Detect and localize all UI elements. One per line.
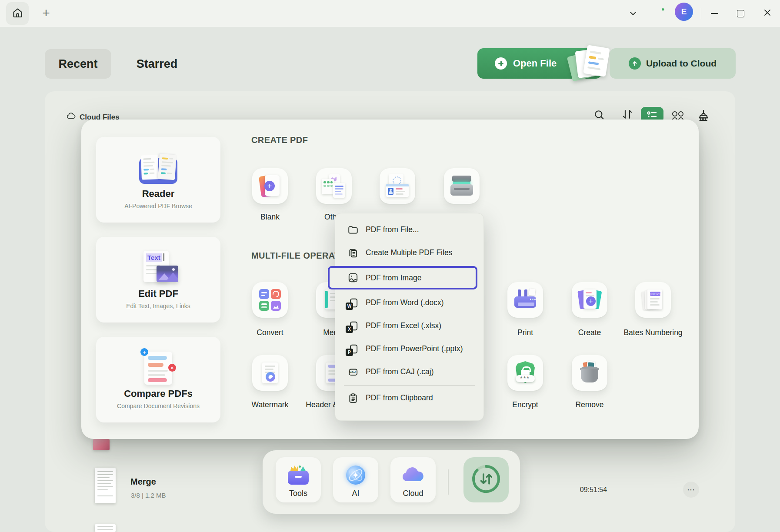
file-thumbnail-partial[interactable]: [93, 439, 110, 450]
plus-icon: [495, 57, 507, 70]
menu-item-create-multiple[interactable]: Create Multiple PDF Files: [335, 241, 483, 264]
plus-badge-icon: +: [140, 348, 148, 356]
bottom-dock: Tools AI Cloud: [263, 450, 520, 514]
menu-item-label: PDF from Word (.docx): [366, 298, 444, 307]
bates-badge-text: 000123: [650, 292, 660, 296]
print-icon: [513, 289, 537, 311]
titlebar-divider: [701, 8, 701, 19]
menu-item-label: PDF from File...: [366, 225, 419, 234]
notifications-button[interactable]: [650, 4, 669, 23]
tile-label-blank: Blank: [260, 213, 280, 222]
bell-icon: [654, 7, 666, 20]
file-thumbnail-bottom[interactable]: [95, 524, 116, 532]
encrypt-tile[interactable]: ***: [507, 355, 543, 391]
x-badge-icon: ✕: [168, 364, 176, 372]
minimize-icon: [711, 13, 718, 14]
file-row-title[interactable]: Merge: [130, 477, 156, 487]
convert-tile[interactable]: [252, 282, 288, 318]
password-stars-text: ***: [516, 375, 535, 382]
menu-item-pdf-from-file[interactable]: PDF from File...: [335, 218, 483, 241]
menu-item-label: PDF from CAJ (.caj): [366, 367, 434, 376]
chevron-down-icon[interactable]: [625, 6, 641, 21]
multiple-files-icon: [347, 247, 359, 259]
excel-file-icon: X: [347, 320, 359, 332]
merge-file-thumbnail[interactable]: [95, 468, 116, 503]
tab-starred[interactable]: Starred: [129, 49, 185, 79]
powerpoint-badge: P: [346, 349, 353, 356]
upload-to-cloud-button[interactable]: Upload to Cloud: [610, 48, 736, 79]
edit-pdf-card[interactable]: Text Edit PDF Edit Text, Images, Links: [96, 237, 220, 323]
dock-tools-label: Tools: [289, 489, 307, 498]
more-options-button[interactable]: ⋯: [683, 482, 699, 498]
tile-label-create: Create: [578, 328, 601, 337]
dock-divider: [448, 469, 449, 495]
new-tab-button[interactable]: +: [38, 5, 54, 21]
remove-bin-icon: [578, 361, 601, 385]
maximize-button[interactable]: [732, 6, 749, 21]
tab-starred-label: Starred: [137, 57, 178, 71]
open-file-button[interactable]: Open File: [477, 48, 602, 79]
blank-pdf-icon: +: [258, 174, 282, 198]
open-file-label: Open File: [513, 58, 557, 69]
create-batch-tile[interactable]: +: [572, 282, 607, 318]
menu-item-label: PDF from Image: [366, 273, 421, 283]
tools-icon: [287, 466, 310, 485]
word-file-icon: W: [347, 297, 359, 309]
menu-item-pdf-from-clipboard[interactable]: PDF from Clipboard: [335, 387, 483, 409]
tile-label-watermark: Watermark: [252, 400, 289, 409]
avatar[interactable]: E: [675, 3, 693, 21]
menu-item-pdf-from-powerpoint[interactable]: P PDF from PowerPoint (.pptx): [335, 337, 483, 360]
dock-cloud-button[interactable]: Cloud: [390, 457, 436, 502]
clipboard-icon: [347, 392, 359, 404]
menu-item-label: PDF from PowerPoint (.pptx): [366, 344, 463, 353]
dock-tools-button[interactable]: Tools: [276, 457, 321, 502]
remove-tile[interactable]: [572, 355, 607, 391]
menu-item-label: PDF from Clipboard: [366, 393, 433, 402]
create-blank-tile[interactable]: +: [252, 168, 288, 204]
transfer-progress-button[interactable]: [463, 457, 509, 502]
menu-item-label: PDF from Excel (.xlsx): [366, 321, 441, 330]
home-tab[interactable]: [6, 2, 29, 25]
edit-pdf-card-title: Edit PDF: [138, 288, 178, 299]
other-formats-icon: [322, 174, 346, 198]
bates-numbering-tile[interactable]: 000123: [635, 282, 671, 318]
tile-label-encrypt: Encrypt: [512, 400, 538, 409]
close-button[interactable]: [759, 6, 776, 21]
tab-recent-label: Recent: [58, 57, 97, 71]
dock-ai-button[interactable]: AI: [333, 457, 378, 502]
compare-pdfs-card[interactable]: + ✕ Compare PDFs Compare Document Revisi…: [96, 337, 220, 422]
cloud-icon: [66, 111, 76, 123]
upload-icon: [629, 57, 641, 70]
tile-label-bates: Bates Numbering: [623, 328, 682, 337]
upload-to-cloud-label: Upload to Cloud: [646, 58, 717, 69]
menu-item-pdf-from-caj[interactable]: CAJ PDF from CAJ (.caj): [335, 360, 483, 383]
create-pdf-heading: CREATE PDF: [251, 135, 308, 145]
menu-item-pdf-from-word[interactable]: W PDF from Word (.docx): [335, 291, 483, 314]
menu-item-pdf-from-excel[interactable]: X PDF from Excel (.xlsx): [335, 314, 483, 337]
watermark-icon: [260, 362, 280, 384]
folder-icon: [347, 224, 359, 236]
print-tile[interactable]: [507, 282, 543, 318]
scanner-icon: [449, 175, 474, 197]
watermark-tile[interactable]: [252, 355, 288, 391]
create-other-tile[interactable]: [316, 168, 352, 204]
create-pdf-context-menu: PDF from File... Create Multiple PDF Fil…: [335, 213, 484, 421]
app-window: + E Recent Starred Open File: [0, 0, 780, 532]
clean-button[interactable]: [696, 109, 711, 125]
menu-item-label: Create Multiple PDF Files: [366, 248, 452, 257]
home-icon: [12, 7, 23, 20]
create-from-scanner-tile[interactable]: [444, 168, 480, 204]
dock-cloud-label: Cloud: [403, 489, 423, 498]
convert-icon: [259, 289, 281, 311]
menu-item-pdf-from-image[interactable]: PDF from Image: [328, 266, 477, 289]
cloud-storage-icon: [401, 465, 425, 485]
minimize-button[interactable]: [706, 7, 723, 20]
menu-separator: [344, 385, 475, 386]
reader-card[interactable]: Reader AI-Powered PDF Browse: [96, 137, 220, 223]
maximize-icon: [737, 10, 744, 17]
caj-file-icon: CAJ: [347, 366, 359, 378]
create-batch-icon: +: [578, 289, 601, 311]
file-row-timestamp: 09:51:54: [574, 486, 613, 494]
create-from-idcard-tile[interactable]: [380, 168, 415, 204]
tab-recent[interactable]: Recent: [45, 49, 111, 79]
